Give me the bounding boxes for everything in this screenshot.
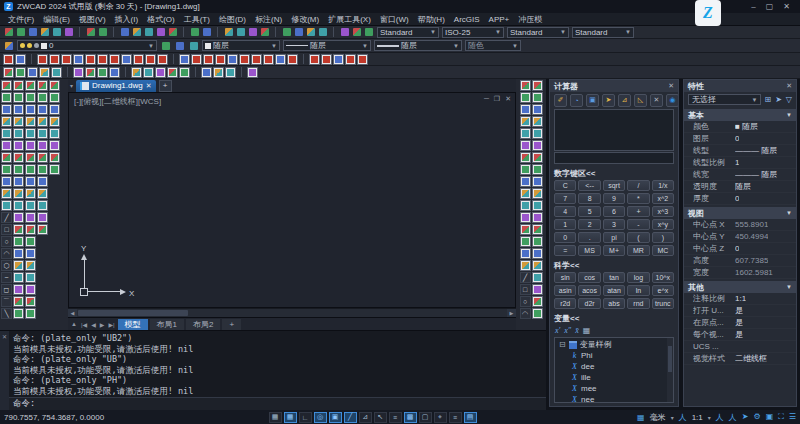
toolbar-icon[interactable] [351, 27, 362, 38]
toolbar-icon[interactable] [49, 140, 60, 151]
make-layer-current-icon[interactable] [160, 40, 171, 51]
calculator-input[interactable] [554, 152, 674, 164]
status-toggle-grid-display[interactable]: ▦ [269, 412, 282, 423]
toolbar-icon[interactable] [25, 236, 36, 247]
toolbar-icon[interactable] [189, 27, 200, 38]
property-value[interactable]: 450.4994 [735, 232, 768, 241]
doc-minimize-icon[interactable]: ─ [484, 95, 489, 103]
toolbar-icon[interactable] [49, 128, 60, 139]
toolbar-icon[interactable] [51, 27, 62, 38]
tab-nav-up-icon[interactable]: ▲ [70, 321, 78, 327]
property-value[interactable]: ■ 随层 [735, 121, 758, 132]
calc-key[interactable]: tan [603, 272, 625, 283]
toolbar-icon[interactable]: ╲ [1, 308, 12, 319]
menu-item-13[interactable]: APP+ [489, 15, 510, 24]
toolbar-icon[interactable] [520, 200, 531, 211]
calc-key[interactable]: 1 [554, 219, 576, 230]
toolbar-icon[interactable] [25, 308, 36, 319]
toolbar-icon[interactable] [1, 128, 12, 139]
toolbar-icon[interactable] [520, 80, 531, 91]
calc-key[interactable]: 7 [554, 193, 576, 204]
scroll-right-icon[interactable]: ▶ [507, 309, 516, 317]
scroll-left-icon[interactable]: ◀ [68, 309, 77, 317]
toolbar-icon[interactable] [3, 54, 14, 65]
toolbar-icon[interactable] [520, 128, 531, 139]
toolbar-icon[interactable] [49, 152, 60, 163]
toolbar-icon[interactable] [520, 224, 531, 235]
toolbar-icon[interactable] [532, 284, 543, 295]
add-layout-button[interactable]: + [222, 319, 241, 330]
property-section-header[interactable]: 视图▼ [684, 207, 796, 219]
toolbar-icon[interactable] [37, 212, 48, 223]
toolbar-icon[interactable] [179, 67, 190, 78]
toolbar-icon[interactable] [25, 128, 36, 139]
calc-key[interactable]: * [627, 193, 649, 204]
tab-nav-first-icon[interactable]: |◀ [80, 321, 88, 328]
tab-model[interactable]: 模型 [118, 319, 148, 330]
doc-close-icon[interactable]: ✕ [505, 95, 511, 103]
toolbar-icon[interactable] [13, 236, 24, 247]
color-dropdown[interactable]: 随层 ▼ [202, 40, 280, 51]
toolbar-icon[interactable] [532, 296, 543, 307]
toolbar-icon[interactable] [73, 67, 84, 78]
property-value[interactable]: 0 [735, 194, 739, 203]
toolbar-icon[interactable] [213, 67, 224, 78]
calc-key[interactable]: ( [627, 232, 649, 243]
toolbar-icon[interactable] [25, 212, 36, 223]
drawing-canvas[interactable]: [-][俯视][二维线框][WCS] ─ ❐ ✕ Y X [68, 93, 516, 308]
edit-variable-icon[interactable]: x″ [564, 326, 571, 335]
calc-key[interactable]: d2r [578, 298, 600, 309]
calc-key[interactable]: r2d [554, 298, 576, 309]
toolbar-icon[interactable] [25, 272, 36, 283]
toolbar-icon[interactable] [39, 27, 50, 38]
toggle-pickadd-icon[interactable]: ⊞ [764, 95, 771, 104]
toolbar-icon[interactable] [25, 224, 36, 235]
toolbar-icon[interactable] [357, 54, 368, 65]
calc-key[interactable]: = [554, 245, 576, 256]
toolbar-icon[interactable] [25, 140, 36, 151]
toolbar-icon[interactable] [73, 54, 84, 65]
measure-distance-icon[interactable]: ⊿ [618, 94, 631, 107]
layer-properties-icon[interactable] [3, 40, 14, 51]
toolbar-icon[interactable] [247, 27, 258, 38]
command-close-icon[interactable]: ✕ [2, 333, 7, 340]
toolbar-icon[interactable] [13, 260, 24, 271]
toolbar-icon[interactable]: ◻ [1, 284, 12, 295]
toolbar-icon[interactable] [37, 104, 48, 115]
toolbar-icon[interactable] [49, 80, 60, 91]
toolbar-icon[interactable] [333, 54, 344, 65]
calc-key[interactable]: x^3 [652, 206, 674, 217]
property-section-header[interactable]: 基本▼ [684, 109, 796, 121]
toolbar-icon[interactable] [532, 176, 543, 187]
toolbar-icon[interactable] [1, 176, 12, 187]
doc-restore-icon[interactable]: ❐ [494, 95, 500, 103]
toolbar-icon[interactable] [520, 248, 531, 259]
toolbar-icon[interactable] [1, 116, 12, 127]
toolbar-icon[interactable] [37, 200, 48, 211]
toolbar-icon[interactable] [167, 67, 178, 78]
toolbar-icon[interactable] [179, 54, 190, 65]
toolbar-icon[interactable]: ○ [520, 296, 531, 307]
annotation-visibility-icon[interactable]: 人 [716, 412, 724, 423]
toolbar-icon[interactable] [49, 92, 60, 103]
status-toggle-quick-properties[interactable]: ≡ [449, 412, 462, 423]
menu-hamburger-icon[interactable]: ☰ [789, 412, 796, 423]
annotation-scale-value[interactable]: 1:1 [692, 413, 703, 422]
calc-key[interactable]: sin [554, 272, 576, 283]
maximize-button[interactable]: ▢ [766, 2, 774, 11]
tab-nav-last-icon[interactable]: ▶| [107, 321, 115, 328]
menu-item-12[interactable]: ArcGIS [454, 15, 480, 24]
menu-item-14[interactable]: 冲压模 [518, 14, 542, 25]
calc-key[interactable]: x^y [652, 219, 674, 230]
toolbar-icon[interactable] [520, 116, 531, 127]
viewport-controls-label[interactable]: [-][俯视][二维线框][WCS] [74, 96, 161, 107]
clean-screen-icon[interactable]: ▣ [766, 412, 774, 423]
toolbar-icon[interactable] [532, 116, 543, 127]
toolbar-icon[interactable] [25, 104, 36, 115]
toolbar-icon[interactable] [25, 176, 36, 187]
toolbar-icon[interactable] [13, 200, 24, 211]
units-label[interactable]: 毫米 [650, 412, 666, 423]
calc-key[interactable]: 1/x [652, 180, 674, 191]
calc-key[interactable]: x^2 [652, 193, 674, 204]
toolbar-icon[interactable] [532, 200, 543, 211]
